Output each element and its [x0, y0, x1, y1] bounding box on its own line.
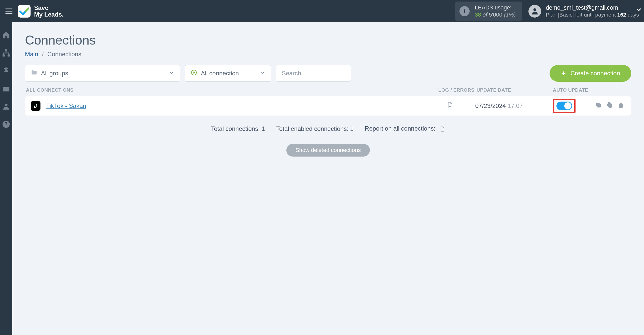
main-content: Connections Main / Connections All group… — [12, 22, 644, 335]
document-icon — [446, 101, 454, 109]
svg-point-8 — [5, 104, 7, 106]
trash-icon — [617, 102, 624, 109]
menu-toggle-button[interactable] — [0, 0, 18, 22]
account-menu[interactable]: demo_sml_test@gmail.com Plan |Basic| lef… — [528, 4, 639, 18]
copy-button[interactable] — [595, 102, 602, 110]
sidebar-item-help[interactable] — [1, 119, 11, 130]
create-connection-button[interactable]: Create connection — [550, 65, 631, 82]
sidebar-item-billing[interactable] — [1, 65, 11, 76]
account-text: demo_sml_test@gmail.com Plan |Basic| lef… — [546, 4, 639, 18]
gear-icon — [606, 102, 613, 109]
search-box[interactable] — [276, 65, 351, 82]
table-header: ALL CONNECTIONS LOG / ERRORS UPDATE DATE… — [25, 87, 631, 96]
column-header-log: LOG / ERRORS — [438, 87, 477, 93]
connection-name-link[interactable]: TikTok - Sakari — [46, 102, 86, 109]
svg-rect-5 — [3, 54, 5, 57]
sidebar-nav — [0, 22, 12, 335]
chevron-down-icon — [259, 69, 266, 77]
status-select[interactable]: All connection — [185, 65, 271, 82]
chevron-down-icon — [635, 6, 643, 14]
document-icon — [437, 125, 445, 132]
filter-row: All groups All connection Create connect… — [25, 65, 631, 82]
delete-button[interactable] — [617, 102, 624, 110]
leads-usage-text: LEADS usage: 38 of 5'000 (1%) — [475, 4, 516, 18]
chevron-down-icon — [168, 69, 175, 77]
brand-logo[interactable]: Save My Leads. — [18, 5, 64, 18]
groups-select[interactable]: All groups — [25, 65, 180, 82]
logo-icon — [18, 5, 31, 18]
toggle-knob — [564, 102, 571, 109]
info-icon: i — [459, 6, 470, 16]
app-header: Save My Leads. i LEADS usage: 38 of 5'00… — [0, 0, 644, 22]
search-input[interactable] — [282, 70, 345, 77]
folder-icon — [31, 69, 37, 77]
svg-rect-6 — [8, 54, 10, 57]
report-all[interactable]: Report on all connections: — [365, 125, 445, 133]
sitemap-icon — [2, 49, 10, 57]
settings-button[interactable] — [606, 102, 613, 110]
copy-icon — [595, 102, 602, 109]
user-avatar-icon — [528, 5, 541, 18]
play-circle-icon — [191, 69, 197, 77]
svg-point-3 — [534, 8, 536, 11]
sidebar-item-account[interactable] — [1, 101, 11, 112]
total-connections: Total connections: 1 — [211, 125, 265, 132]
svg-rect-16 — [596, 103, 600, 106]
briefcase-icon — [2, 84, 10, 93]
groups-select-label: All groups — [41, 70, 68, 77]
tiktok-icon — [31, 101, 40, 111]
hamburger-icon — [4, 7, 13, 16]
brand-text: Save My Leads. — [34, 5, 64, 18]
breadcrumb: Main / Connections — [25, 51, 631, 58]
summary-row: Total connections: 1 Total enabled conne… — [25, 125, 631, 133]
status-select-label: All connection — [201, 70, 239, 77]
update-date: 07/23/2024 17:07 — [475, 102, 552, 109]
create-connection-label: Create connection — [570, 70, 620, 77]
user-icon — [2, 102, 10, 111]
breadcrumb-main-link[interactable]: Main — [25, 51, 38, 58]
leads-usage-widget[interactable]: i LEADS usage: 38 of 5'000 (1%) — [455, 2, 522, 21]
home-icon — [2, 31, 10, 39]
column-header-auto: AUTO UPDATE — [553, 87, 596, 93]
plus-icon — [561, 71, 566, 76]
log-button[interactable] — [446, 104, 454, 111]
column-header-name: ALL CONNECTIONS — [26, 87, 438, 93]
auto-update-toggle[interactable] — [556, 102, 572, 110]
connection-row: TikTok - Sakari 07/23/2024 17:07 — [25, 96, 631, 116]
account-dropdown-chevron[interactable] — [635, 6, 644, 16]
svg-rect-4 — [5, 49, 7, 52]
auto-update-highlight — [553, 99, 576, 113]
sidebar-item-connections[interactable] — [1, 48, 11, 58]
total-enabled: Total enabled connections: 1 — [276, 125, 354, 132]
sidebar-item-home[interactable] — [1, 30, 11, 40]
dollar-icon — [2, 66, 10, 75]
sidebar-item-tools[interactable] — [1, 83, 11, 94]
column-header-date: UPDATE DATE — [477, 87, 553, 93]
page-title: Connections — [25, 33, 631, 48]
show-deleted-button[interactable]: Show deleted connections — [286, 144, 370, 157]
breadcrumb-current: Connections — [47, 51, 81, 58]
question-icon — [2, 120, 10, 129]
